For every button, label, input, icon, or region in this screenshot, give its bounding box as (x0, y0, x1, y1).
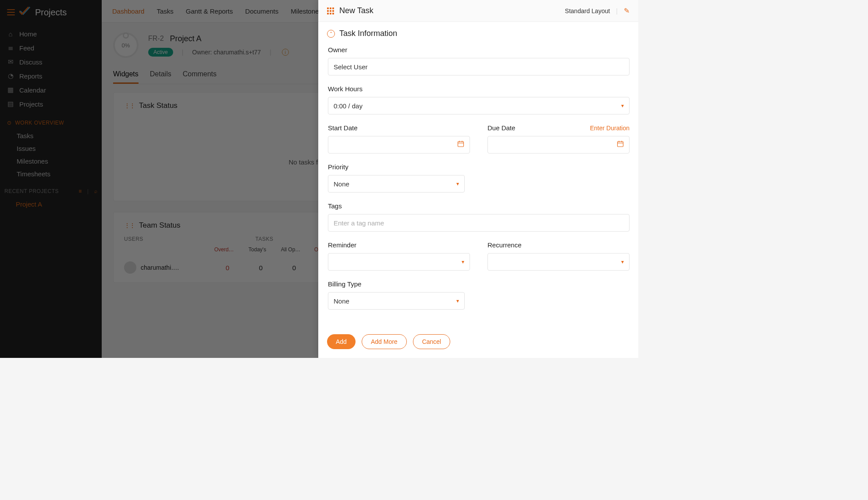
start-date-field[interactable] (334, 136, 457, 153)
owner-label: Owner (328, 46, 347, 54)
svg-rect-0 (458, 142, 464, 147)
cancel-button[interactable]: Cancel (413, 334, 451, 349)
owner-value: Select User (334, 63, 368, 71)
chevron-down-icon: ▾ (621, 259, 624, 265)
billing-type-select[interactable]: None ▾ (328, 292, 465, 310)
tags-label: Tags (328, 202, 342, 210)
work-hours-value: 0:00 / day (334, 102, 363, 110)
owner-select[interactable]: Select User (328, 58, 630, 75)
work-hours-label: Work Hours (328, 85, 363, 93)
chevron-down-icon: ▾ (621, 103, 624, 109)
billing-type-value: None (334, 297, 349, 305)
chevron-down-icon: ▾ (456, 181, 459, 187)
svg-rect-4 (618, 142, 623, 147)
layout-label[interactable]: Standard Layout (565, 7, 610, 14)
panel-footer: Add Add More Cancel (318, 328, 638, 358)
billing-type-label: Billing Type (328, 280, 361, 288)
reminder-label: Reminder (328, 241, 356, 249)
due-date-label: Due Date (487, 124, 515, 132)
panel-header: New Task Standard Layout | ✎ (318, 0, 638, 22)
tags-input-wrap[interactable] (328, 214, 630, 232)
reminder-select[interactable]: ▾ (328, 253, 470, 271)
start-date-input[interactable] (328, 136, 470, 154)
chevron-down-icon: ▾ (456, 298, 459, 304)
enter-duration-link[interactable]: Enter Duration (590, 125, 630, 132)
priority-value: None (334, 180, 349, 188)
collapse-section-button[interactable]: ⌃ (327, 30, 335, 38)
recurrence-select[interactable]: ▾ (487, 253, 630, 271)
priority-select[interactable]: None ▾ (328, 175, 465, 193)
due-date-input[interactable] (487, 136, 630, 154)
due-date-field[interactable] (493, 136, 617, 153)
start-date-label: Start Date (328, 124, 358, 132)
new-task-panel: New Task Standard Layout | ✎ ⌃ Task Info… (318, 0, 638, 358)
calendar-icon[interactable] (617, 140, 624, 149)
recurrence-label: Recurrence (487, 241, 522, 249)
panel-title: New Task (339, 6, 374, 15)
work-hours-select[interactable]: 0:00 / day ▾ (328, 97, 630, 114)
section-title: Task Information (339, 29, 397, 38)
apps-icon[interactable] (327, 7, 334, 14)
chevron-down-icon: ▾ (462, 259, 464, 265)
tags-input[interactable] (334, 214, 624, 231)
priority-label: Priority (328, 163, 349, 171)
add-button[interactable]: Add (327, 334, 356, 349)
add-more-button[interactable]: Add More (362, 334, 407, 349)
calendar-icon[interactable] (457, 140, 464, 149)
edit-icon[interactable]: ✎ (624, 7, 630, 15)
